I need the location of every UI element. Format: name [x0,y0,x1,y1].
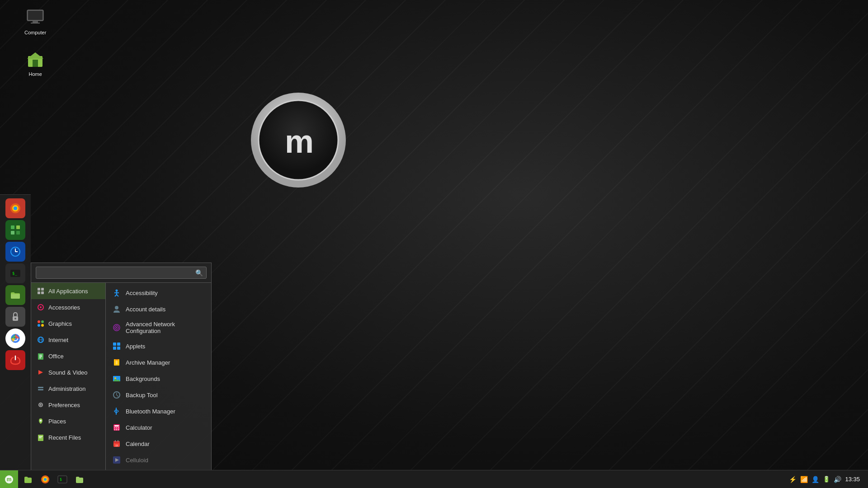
app-advanced-network[interactable]: Advanced Network Configuration [106,317,211,338]
app-advanced-network-label: Advanced Network Configuration [126,321,205,334]
svg-point-49 [40,404,42,406]
app-backup-tool[interactable]: Backup Tool [106,387,211,403]
app-backup-tool-label: Backup Tool [126,392,158,399]
search-icon: 🔍 [195,269,203,277]
app-backgrounds[interactable]: Backgrounds [106,371,211,387]
category-accessories-label: Accessories [48,304,80,311]
account-details-app-icon [112,305,121,314]
desktop-icon-computer[interactable]: Computer [23,5,48,37]
app-applets[interactable]: Applets [106,338,211,354]
category-recent-label: Recent Files [48,434,81,441]
app-accessibility-label: Accessibility [126,290,158,296]
app-archive-manager[interactable]: Archive Manager [106,354,211,371]
category-recent[interactable]: Recent Files [31,429,105,446]
svg-text:m: m [7,476,12,483]
category-office-label: Office [48,353,64,360]
app-account-details[interactable]: Account details [106,301,211,317]
home-icon [24,48,46,70]
taskbar-firefox-app[interactable] [37,471,53,488]
svg-rect-83 [116,429,117,430]
desktop-icons: Computer Home [23,5,48,79]
sidebar-icon-files[interactable] [5,285,25,305]
start-button[interactable]: m [0,470,18,488]
svg-line-57 [115,295,117,296]
svg-rect-84 [118,429,119,430]
svg-line-58 [117,295,118,296]
applets-app-icon [112,342,121,351]
volume-tray-icon[interactable]: 🔊 [834,476,841,483]
svg-point-97 [44,478,47,481]
taskbar-terminal-app[interactable]: $ [54,471,71,488]
svg-rect-29 [41,288,44,291]
category-places[interactable]: Places [31,413,105,429]
battery-tray-icon[interactable]: 🔋 [823,476,830,483]
svg-rect-79 [114,427,115,428]
backup-tool-app-icon [112,390,121,399]
app-accessibility[interactable]: Accessibility [106,285,211,301]
svg-marker-45 [38,370,43,375]
category-preferences[interactable]: Preferences [31,397,105,413]
app-celluloid[interactable]: Celluloid [106,452,211,468]
calculator-app-icon [112,423,121,432]
category-all[interactable]: All Applications [31,283,105,299]
search-input[interactable] [36,267,207,279]
sidebar-icon-lock[interactable] [5,307,25,327]
system-tray: ⚡ 📶 👤 🔋 🔊 13:35 [784,476,868,483]
app-menu-body: All Applications Accessories [31,283,211,470]
bluetooth-tray-icon[interactable]: ⚡ [789,476,797,483]
taskbar-files-app[interactable] [20,471,36,488]
svg-rect-47 [38,389,43,390]
graphics-icon [37,319,45,328]
category-graphics[interactable]: Graphics [31,315,105,332]
svg-rect-14 [11,225,14,229]
sidebar-icon-chrome[interactable] [5,328,25,348]
svg-point-59 [115,306,118,310]
svg-rect-88 [115,440,116,442]
svg-text:$_: $_ [12,271,17,276]
app-bluetooth-label: Bluetooth Manager [126,408,175,415]
internet-icon [37,336,45,344]
sidebar-icon-terminal[interactable]: $_ [5,263,25,283]
category-sound-video[interactable]: Sound & Video [31,364,105,380]
category-administration[interactable]: Administration [31,380,105,397]
svg-point-50 [40,420,42,422]
taskbar-apps: $ [18,471,784,488]
app-applets-label: Applets [126,343,145,350]
places-icon [37,417,45,425]
category-administration-label: Administration [48,385,85,392]
users-tray-icon[interactable]: 👤 [811,476,819,483]
app-bluetooth[interactable]: Bluetooth Manager [106,403,211,419]
svg-text:m: m [285,123,312,160]
computer-icon-label: Computer [24,30,46,35]
sidebar-icon-firefox[interactable] [5,198,25,218]
category-internet[interactable]: Internet [31,332,105,348]
svg-rect-81 [118,427,119,428]
svg-rect-82 [114,429,115,430]
svg-rect-6 [33,21,38,23]
sidebar-icon-power[interactable] [5,350,25,370]
search-bar: 🔍 [31,263,211,283]
taskbar: m $ [0,470,868,488]
accessibility-app-icon [112,288,121,297]
svg-point-34 [38,320,40,323]
sound-video-icon [37,368,45,376]
svg-rect-63 [113,343,116,346]
launcher-sidebar: $_ [0,194,31,470]
svg-rect-28 [38,288,40,291]
app-calendar[interactable]: 15 Calendar [106,436,211,452]
category-accessories[interactable]: Accessories [31,299,105,315]
svg-rect-17 [16,231,20,235]
network-tray-icon[interactable]: 📶 [800,476,808,483]
sidebar-icon-timeshift[interactable] [5,242,25,262]
svg-marker-9 [27,52,43,59]
category-office[interactable]: Office [31,348,105,364]
mint-logo: m [249,90,348,190]
app-backgrounds-label: Backgrounds [126,375,160,382]
sidebar-icon-software[interactable] [5,220,25,240]
desktop-icon-home[interactable]: Home [23,46,48,79]
category-places-label: Places [48,418,66,425]
app-calendar-label: Calendar [126,441,150,447]
taskbar-files2-app[interactable] [71,471,88,488]
celluloid-app-icon [112,455,121,465]
app-calculator[interactable]: Calculator [106,419,211,436]
